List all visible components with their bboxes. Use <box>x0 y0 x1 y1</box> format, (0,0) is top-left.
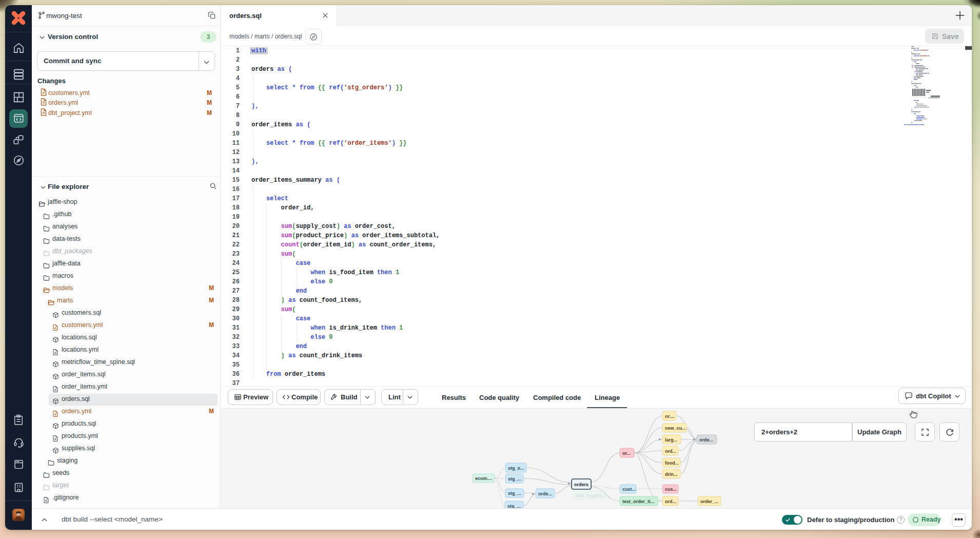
svg-text:order_...: order_... <box>700 499 719 504</box>
svg-text:test_supply...: test_supply... <box>576 493 605 498</box>
svg-text:larg...: larg... <box>665 437 677 443</box>
svg-text:cus...: cus... <box>665 487 677 492</box>
svg-text:ord...: ord... <box>665 499 676 504</box>
svg-text:drin...: drin... <box>665 472 678 477</box>
svg-text:new_cu...: new_cu... <box>665 426 686 431</box>
svg-text:test_order_it...: test_order_it... <box>622 499 654 504</box>
svg-text:orde...: orde... <box>699 437 713 443</box>
svg-text:or...: or... <box>622 451 631 456</box>
svg-text:food...: food... <box>665 460 679 466</box>
svg-text:stg_...: stg_... <box>508 476 521 482</box>
svg-text:stg_...: stg_... <box>507 504 521 509</box>
svg-text:ord...: ord... <box>665 449 676 454</box>
svg-text:stg_o...: stg_o... <box>508 466 524 471</box>
svg-text:orde...: orde... <box>538 491 552 496</box>
svg-text:or....: or.... <box>665 414 675 419</box>
svg-text:ecom....: ecom.... <box>475 476 493 481</box>
svg-text:cust...: cust... <box>622 487 636 492</box>
svg-text:orders: orders <box>574 482 589 487</box>
svg-text:stg_...: stg_... <box>508 491 521 496</box>
